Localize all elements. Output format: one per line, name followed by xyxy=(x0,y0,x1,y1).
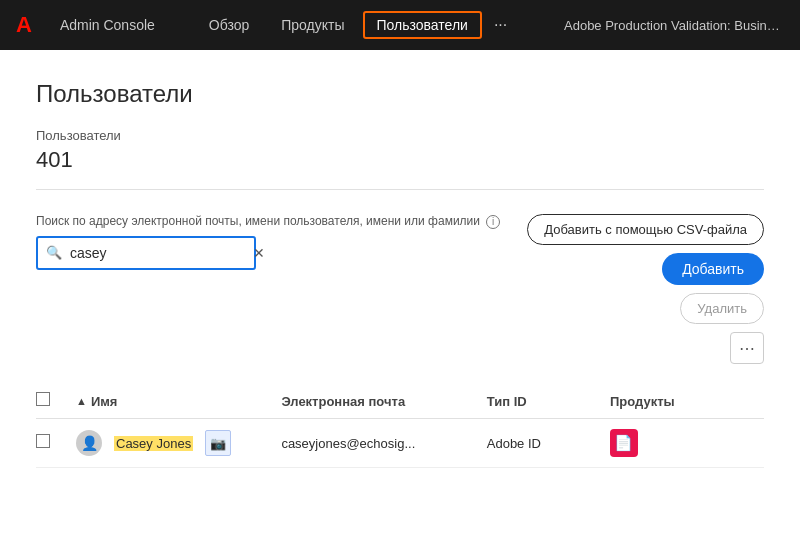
header-products-col: Продукты xyxy=(610,392,764,410)
user-name[interactable]: Casey Jones xyxy=(114,436,193,451)
search-input-wrap[interactable]: 🔍 ✕ xyxy=(36,236,256,270)
page-title: Пользователи xyxy=(36,80,764,108)
header-id-col: Тип ID xyxy=(487,392,610,410)
header-name-col: ▲ Имя xyxy=(76,394,281,409)
add-csv-button[interactable]: Добавить с помощью CSV-файла xyxy=(527,214,764,245)
main-nav: Обзор Продукты Пользователи ··· xyxy=(195,11,544,39)
col-header-name: Имя xyxy=(91,394,118,409)
adobe-logo-icon: A xyxy=(16,12,32,38)
delete-button[interactable]: Удалить xyxy=(680,293,764,324)
search-icon: 🔍 xyxy=(38,245,70,260)
section-divider xyxy=(36,189,764,190)
app-title: Admin Console xyxy=(60,17,155,33)
search-label: Поиск по адресу электронной почты, имени… xyxy=(36,214,480,230)
user-id-type: Adobe ID xyxy=(487,436,541,451)
more-icon: ⋯ xyxy=(739,339,755,358)
edit-user-icon[interactable]: 📷 xyxy=(205,430,231,456)
org-name: Adobe Production Validation: BusinessTr xyxy=(564,18,784,33)
search-label-row: Поиск по адресу электронной почты, имени… xyxy=(36,214,507,230)
controls-row: Поиск по адресу электронной почты, имени… xyxy=(36,214,764,364)
select-all-checkbox[interactable] xyxy=(36,392,50,406)
info-icon[interactable]: i xyxy=(486,215,500,229)
search-section: Поиск по адресу электронной почты, имени… xyxy=(36,214,507,270)
more-button[interactable]: ⋯ xyxy=(730,332,764,364)
add-button[interactable]: Добавить xyxy=(662,253,764,285)
nav-products[interactable]: Продукты xyxy=(267,11,358,39)
nav-users[interactable]: Пользователи xyxy=(363,11,482,39)
table-row: 👤 Casey Jones 📷 caseyjones@echosig... Ad… xyxy=(36,419,764,468)
row-products-col: 📄 xyxy=(610,429,764,457)
col-header-products: Продукты xyxy=(610,394,675,409)
user-email: caseyjones@echosig... xyxy=(281,436,415,451)
header-email-col: Электронная почта xyxy=(281,392,486,410)
search-input[interactable] xyxy=(70,245,245,261)
search-clear-icon[interactable]: ✕ xyxy=(245,245,273,261)
buttons-section: Добавить с помощью CSV-файла Добавить Уд… xyxy=(527,214,764,364)
sort-ascending-icon[interactable]: ▲ xyxy=(76,395,87,407)
nav-more[interactable]: ··· xyxy=(486,12,515,38)
product-pdf-icon[interactable]: 📄 xyxy=(610,429,638,457)
table-header: ▲ Имя Электронная почта Тип ID Продукты xyxy=(36,384,764,419)
avatar: 👤 xyxy=(76,430,102,456)
users-count: 401 xyxy=(36,147,764,173)
row-checkbox[interactable] xyxy=(36,434,50,448)
col-header-email: Электронная почта xyxy=(281,394,405,409)
main-content: Пользователи Пользователи 401 Поиск по а… xyxy=(0,50,800,559)
nav-overview[interactable]: Обзор xyxy=(195,11,263,39)
row-id-col: Adobe ID xyxy=(487,434,610,452)
users-count-label: Пользователи xyxy=(36,128,764,143)
row-name-col: 👤 Casey Jones 📷 xyxy=(76,430,281,456)
header-checkbox-col xyxy=(36,392,76,410)
row-email-col: caseyjones@echosig... xyxy=(281,434,486,452)
col-header-id: Тип ID xyxy=(487,394,527,409)
row-checkbox-col xyxy=(36,434,76,452)
users-table: ▲ Имя Электронная почта Тип ID Продукты … xyxy=(36,384,764,468)
header: A Admin Console Обзор Продукты Пользоват… xyxy=(0,0,800,50)
